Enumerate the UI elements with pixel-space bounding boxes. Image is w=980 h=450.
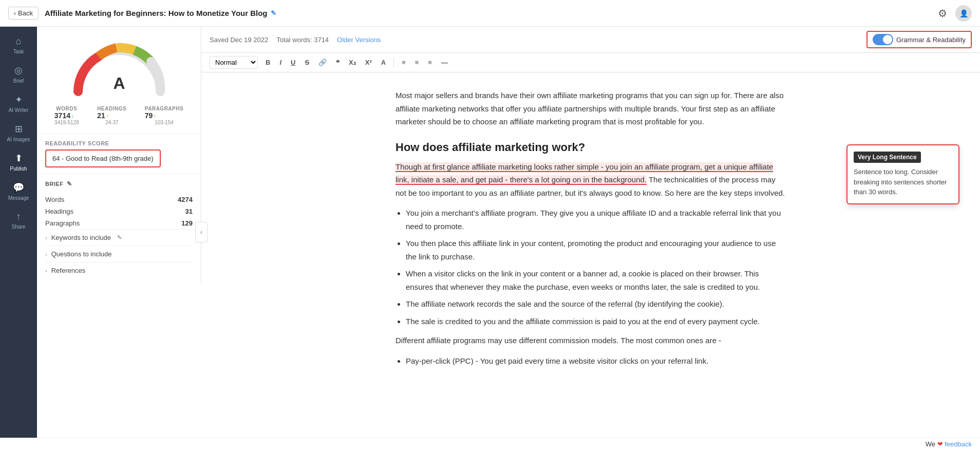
sidebar-item-publish[interactable]: ⬆ Publish	[0, 147, 37, 177]
readability-label: READABILITY SCORE	[45, 140, 193, 146]
brief-headings-label: Headings	[45, 208, 73, 215]
sidebar-item-message[interactable]: 💬 Message	[0, 177, 37, 206]
superscript-button[interactable]: X²	[362, 57, 375, 68]
grammar-toggle[interactable]	[873, 34, 893, 45]
stat-paragraphs: PARAGRAPHS 79 ↑ 103-154	[145, 106, 183, 125]
footer-feedback: We ❤ feedback	[926, 440, 972, 448]
keywords-label: Keywords to include	[51, 234, 111, 241]
tooltip-box: Very Long Sentence Sentence too long. Co…	[846, 144, 959, 204]
editor-content: Most major sellers and brands have their…	[395, 89, 786, 367]
keywords-edit-icon[interactable]: ✎	[117, 234, 122, 241]
sidebar-item-label: Message	[8, 195, 29, 201]
gauge-svg: A	[68, 35, 171, 102]
sidebar-item-label: AI Writer	[9, 107, 29, 113]
toolbar-meta: Saved Dec 19 2022 Total words: 3714 Olde…	[210, 36, 381, 44]
unordered-list-button[interactable]: ≡	[411, 57, 423, 68]
style-select[interactable]: Normal Heading 1 Heading 2	[210, 56, 258, 69]
collapse-panel-toggle[interactable]: ‹	[195, 222, 208, 242]
chevron-right-icon: ›	[45, 251, 47, 257]
grammar-label: Grammar & Readability	[896, 36, 966, 44]
sidebar-item-brief[interactable]: ◎ Brief	[0, 60, 37, 89]
readability-section: READABILITY SCORE 64 - Good to Read (8th…	[37, 134, 201, 174]
sidebar-item-label: Task	[13, 49, 24, 54]
gauge-container: A	[45, 35, 193, 102]
publish-icon: ⬆	[15, 153, 23, 164]
align-button[interactable]: ≡	[424, 57, 436, 68]
older-versions-link[interactable]: Older Versions	[337, 36, 381, 44]
headings-range: 24-37	[97, 120, 126, 125]
hr-button[interactable]: —	[438, 57, 451, 68]
sidebar-item-label: Publish	[10, 166, 27, 172]
strikethrough-button[interactable]: S	[301, 57, 313, 68]
left-panel: A WORDS 3714 ↓ 3419-5128 HEADINGS	[37, 27, 201, 285]
brief-words-value: 4274	[178, 196, 193, 203]
back-button[interactable]: ‹ Back	[8, 7, 39, 20]
brief-header: BRIEF ✎	[45, 180, 193, 188]
paragraphs-arrow: ↑	[154, 113, 156, 119]
paragraphs-range: 103-154	[145, 120, 183, 125]
sidebar-item-ai-images[interactable]: ⊞ AI Images	[0, 118, 37, 147]
quote-button[interactable]: ❝	[332, 57, 343, 68]
words-range: 3419-5128	[54, 120, 79, 125]
color-button[interactable]: A	[378, 57, 389, 68]
chevron-right-icon: ›	[45, 235, 47, 241]
content-toolbar: Saved Dec 19 2022 Total words: 3714 Olde…	[201, 27, 980, 53]
task-icon: ⌂	[16, 36, 22, 47]
grammar-toggle-area: Grammar & Readability	[866, 31, 972, 48]
brief-words-label: Words	[45, 196, 64, 203]
sidebar-item-label: Share	[12, 224, 26, 230]
brief-row-headings: Headings 31	[45, 205, 193, 217]
toggle-knob	[883, 35, 892, 44]
content-area: Saved Dec 19 2022 Total words: 3714 Olde…	[201, 27, 980, 438]
headings-value: 21 ↑	[97, 111, 126, 120]
page-title: Affiliate Marketing for Beginners: How t…	[45, 9, 938, 17]
questions-label: Questions to include	[51, 250, 112, 258]
list-item: The sale is credited to you and the affi…	[406, 315, 786, 328]
sidebar-item-ai-writer[interactable]: ✦ AI Writer	[0, 89, 37, 118]
editor-heading-1: How does affiliate marketing work?	[395, 141, 786, 154]
underline-button[interactable]: U	[287, 57, 299, 68]
stat-headings: HEADINGS 21 ↑ 24-37	[97, 106, 126, 125]
avatar[interactable]: 👤	[955, 5, 972, 22]
brief-paragraphs-value: 129	[181, 219, 193, 227]
title-edit-icon[interactable]: ✎	[271, 9, 276, 17]
stat-words: WORDS 3714 ↓ 3419-5128	[54, 106, 79, 125]
ai-writer-icon: ✦	[15, 94, 23, 105]
bullet-list: You join a merchant's affiliate program.…	[406, 207, 786, 328]
feedback-link[interactable]: feedback	[945, 440, 972, 448]
list-item: Pay-per-click (PPC) - You get paid every…	[406, 354, 786, 368]
ordered-list-button[interactable]: ≡	[398, 57, 409, 68]
bold-button[interactable]: B	[262, 57, 274, 68]
editor-paragraph-2: Though at first glance affiliate marketi…	[395, 160, 786, 200]
link-button[interactable]: 🔗	[315, 57, 330, 68]
headings-arrow: ↑	[106, 113, 109, 119]
paragraphs-label: PARAGRAPHS	[145, 106, 183, 111]
share-icon: ↑	[16, 211, 21, 222]
brief-paragraphs-label: Paragraphs	[45, 219, 80, 227]
ai-images-icon: ⊞	[15, 123, 23, 135]
top-header: ‹ Back Affiliate Marketing for Beginners…	[0, 0, 980, 27]
brief-headings-value: 31	[185, 208, 193, 215]
subscript-button[interactable]: X₂	[345, 57, 360, 68]
words-value: 3714 ↓	[54, 111, 79, 120]
chevron-right-icon: ›	[45, 268, 47, 274]
sidebar-item-task[interactable]: ⌂ Task	[0, 31, 37, 60]
editor-area[interactable]: Most major sellers and brands have their…	[201, 72, 980, 438]
sidebar-item-share[interactable]: ↑ Share	[0, 206, 37, 235]
keywords-collapsible[interactable]: › Keywords to include ✎	[45, 229, 193, 246]
brief-edit-icon[interactable]: ✎	[67, 180, 72, 188]
questions-collapsible[interactable]: › Questions to include	[45, 246, 193, 262]
footer: We ❤ feedback	[0, 438, 980, 450]
brief-row-paragraphs: Paragraphs 129	[45, 217, 193, 229]
italic-button[interactable]: I	[276, 57, 285, 68]
list-item: You join a merchant's affiliate program.…	[406, 207, 786, 233]
chevron-left-icon: ‹	[14, 10, 16, 17]
sidebar-item-label: AI Images	[7, 137, 30, 142]
references-collapsible[interactable]: › References	[45, 262, 193, 278]
list-item: The affiliate network records the sale a…	[406, 297, 786, 311]
back-label: Back	[18, 9, 33, 17]
readability-score-badge: 64 - Good to Read (8th-9th grade)	[45, 149, 161, 167]
format-toolbar: Normal Heading 1 Heading 2 B I U S 🔗 ❝ X…	[201, 53, 980, 72]
settings-icon[interactable]: ⚙	[938, 7, 947, 20]
left-nav: ⌂ Task ◎ Brief ✦ AI Writer ⊞ AI Images ⬆…	[0, 27, 37, 438]
